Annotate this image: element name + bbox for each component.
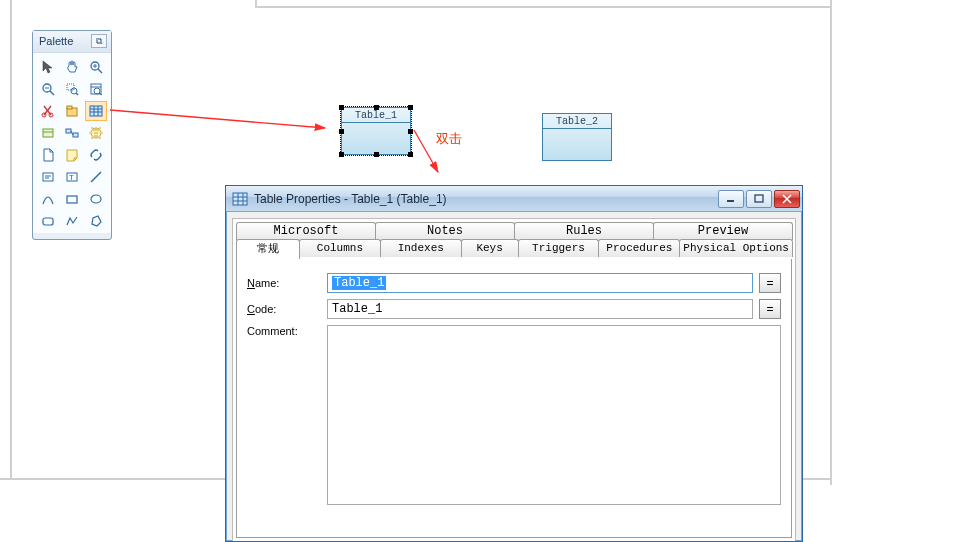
canvas-edge <box>257 6 832 8</box>
procedure-tool[interactable] <box>85 123 107 143</box>
line-tool[interactable] <box>85 167 107 187</box>
palette-close-button[interactable]: ⧉ <box>91 34 107 48</box>
svg-rect-28 <box>73 133 78 137</box>
svg-rect-19 <box>67 106 72 109</box>
resize-handle[interactable] <box>374 152 379 157</box>
name-input[interactable]: Table_1 <box>327 273 753 293</box>
table-tool[interactable] <box>85 101 107 121</box>
note-tool[interactable] <box>61 145 83 165</box>
rectangle-tool[interactable] <box>61 189 83 209</box>
svg-point-38 <box>91 195 101 203</box>
ellipse-tool[interactable] <box>85 189 107 209</box>
tab-physical-options[interactable]: Physical Options <box>679 239 793 257</box>
tab-keys[interactable]: Keys <box>461 239 519 257</box>
window-titlebar[interactable]: Table Properties - Table_1 (Table_1) <box>226 186 802 212</box>
svg-rect-27 <box>66 129 71 133</box>
package-tool[interactable] <box>61 101 83 121</box>
svg-rect-31 <box>43 173 53 181</box>
palette-title-text: Palette <box>39 35 73 47</box>
svg-rect-20 <box>90 106 102 116</box>
tab-microsoft[interactable]: Microsoft <box>236 222 376 240</box>
resize-handle[interactable] <box>408 152 413 157</box>
tab-procedures[interactable]: Procedures <box>598 239 680 257</box>
tab-columns[interactable]: Columns <box>299 239 381 257</box>
window-icon <box>232 191 248 207</box>
zoom-in-tool[interactable] <box>85 57 107 77</box>
svg-line-9 <box>76 93 78 95</box>
code-sync-button[interactable]: = <box>759 299 781 319</box>
resize-handle[interactable] <box>339 105 344 110</box>
maximize-button[interactable] <box>746 190 772 208</box>
svg-line-1 <box>98 69 102 73</box>
resize-handle[interactable] <box>408 105 413 110</box>
name-sync-button[interactable]: = <box>759 273 781 293</box>
comment-textarea[interactable] <box>327 325 781 505</box>
annotation-double-click: 双击 <box>436 130 462 148</box>
tab-indexes[interactable]: Indexes <box>380 239 462 257</box>
diagram-table-1-label: Table_1 <box>342 108 410 123</box>
tab-general-pane: Name: Table_1 = Code: Table_1 = Comment: <box>236 259 792 538</box>
hand-tool[interactable] <box>61 57 83 77</box>
cut-tool[interactable] <box>37 101 59 121</box>
tabs-row-bottom: 常规 Columns Indexes Keys Triggers Procedu… <box>236 239 792 259</box>
svg-rect-7 <box>67 84 74 90</box>
tab-notes[interactable]: Notes <box>375 222 515 240</box>
palette-titlebar[interactable]: Palette ⧉ <box>33 31 111 52</box>
svg-rect-39 <box>43 218 53 225</box>
table-properties-window[interactable]: Table Properties - Table_1 (Table_1) Mic… <box>225 185 803 542</box>
canvas-edge <box>10 0 12 480</box>
code-input-value: Table_1 <box>332 302 382 316</box>
svg-rect-42 <box>233 193 247 205</box>
resize-handle[interactable] <box>339 152 344 157</box>
palette-panel[interactable]: Palette ⧉ <box>32 30 112 240</box>
diagram-table-1[interactable]: Table_1 <box>341 107 411 155</box>
polygon-tool[interactable] <box>85 211 107 231</box>
palette-tool-grid: T <box>33 52 111 233</box>
polyline-tool[interactable] <box>61 211 83 231</box>
name-row: Name: Table_1 = <box>247 273 781 293</box>
canvas-edge <box>830 0 832 485</box>
zoom-region-tool[interactable] <box>61 79 83 99</box>
diagram-table-2[interactable]: Table_2 <box>542 113 612 161</box>
diagram-table-2-label: Table_2 <box>543 114 611 129</box>
tabs-row-top: Microsoft Notes Rules Preview <box>236 222 792 240</box>
window-buttons <box>718 190 800 208</box>
rounded-rectangle-tool[interactable] <box>37 211 59 231</box>
name-label: Name: <box>247 277 321 289</box>
svg-text:T: T <box>69 173 74 182</box>
code-row: Code: Table_1 = <box>247 299 781 319</box>
close-icon <box>782 194 792 204</box>
zoom-out-tool[interactable] <box>37 79 59 99</box>
title-tool[interactable] <box>37 167 59 187</box>
reference-tool[interactable] <box>61 123 83 143</box>
arc-tool[interactable] <box>37 189 59 209</box>
pointer-tool[interactable] <box>37 57 59 77</box>
text-tool[interactable]: T <box>61 167 83 187</box>
svg-rect-48 <box>755 195 763 202</box>
tab-preview[interactable]: Preview <box>653 222 793 240</box>
svg-rect-37 <box>67 196 77 203</box>
resize-handle[interactable] <box>408 129 413 134</box>
code-label: Code: <box>247 303 321 315</box>
close-button[interactable] <box>774 190 800 208</box>
resize-handle[interactable] <box>339 129 344 134</box>
minimize-icon <box>726 194 736 204</box>
file-tool[interactable] <box>37 145 59 165</box>
window-title-text: Table Properties - Table_1 (Table_1) <box>254 192 712 206</box>
comment-row: Comment: <box>247 325 781 505</box>
window-body: Microsoft Notes Rules Preview 常规 Columns… <box>232 218 796 541</box>
equals-icon: = <box>766 276 773 290</box>
equals-icon: = <box>766 302 773 316</box>
view-tool[interactable] <box>37 123 59 143</box>
properties-tool[interactable] <box>85 79 107 99</box>
maximize-icon <box>754 194 764 204</box>
tab-rules[interactable]: Rules <box>514 222 654 240</box>
svg-line-36 <box>91 172 101 182</box>
svg-rect-25 <box>43 129 53 137</box>
tab-general[interactable]: 常规 <box>236 239 300 259</box>
link-tool[interactable] <box>85 145 107 165</box>
code-input[interactable]: Table_1 <box>327 299 753 319</box>
minimize-button[interactable] <box>718 190 744 208</box>
tab-triggers[interactable]: Triggers <box>518 239 600 257</box>
resize-handle[interactable] <box>374 105 379 110</box>
